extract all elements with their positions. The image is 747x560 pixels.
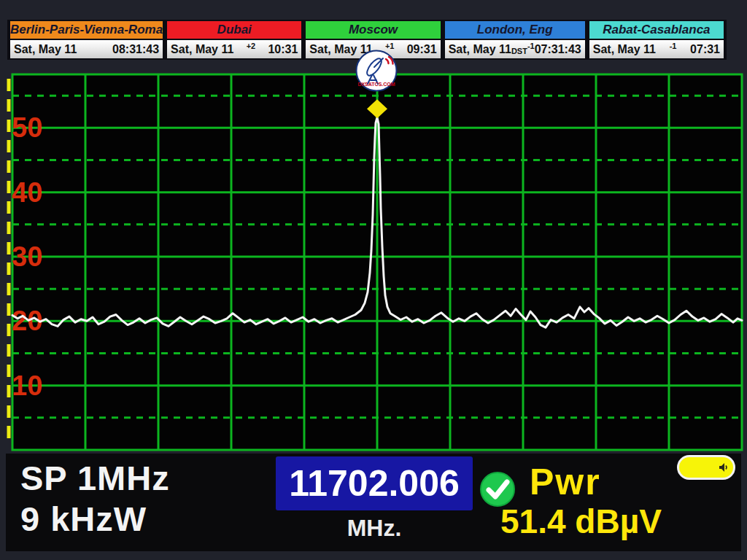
svg-text:DXSATCS.COM: DXSATCS.COM bbox=[357, 82, 395, 87]
date-label: Sat, May 11 bbox=[593, 43, 656, 56]
city-time-row: Sat, May 11 -1 07:31 bbox=[588, 39, 725, 60]
city-header: London, Eng bbox=[444, 20, 587, 39]
utc-offset: -1 bbox=[670, 42, 677, 50]
date-label: Sat, May 11 bbox=[171, 43, 233, 56]
clock-cell-rabat: Rabat-Casablanca Sat, May 11 -1 07:31 bbox=[588, 20, 727, 60]
city-header: Dubai bbox=[166, 20, 303, 39]
y-axis-tick-label: 50 bbox=[12, 112, 42, 143]
power-label: Pwr bbox=[530, 461, 601, 503]
utc-offset: +1 bbox=[385, 42, 395, 50]
utc-offset: +2 bbox=[247, 42, 256, 50]
city-header: Moscow bbox=[304, 20, 441, 39]
date-label: Sat, May 11 bbox=[14, 43, 77, 56]
city-header: Rabat-Casablanca bbox=[588, 20, 725, 39]
time-label: 09:31 bbox=[407, 43, 437, 56]
city-time-row: Sat, May 11 +2 10:31 bbox=[166, 39, 303, 60]
time-label: 10:31 bbox=[268, 43, 298, 56]
frequency-display[interactable]: 11702.006 bbox=[276, 456, 473, 510]
frequency-unit: MHz. bbox=[276, 515, 473, 542]
y-axis-tick-label: 10 bbox=[12, 370, 42, 401]
y-axis-tick-label: 40 bbox=[12, 177, 42, 208]
y-axis-tick-label: 30 bbox=[12, 241, 42, 272]
utc-offset: -1 bbox=[527, 42, 535, 50]
control-panel: SP 1MHz 9 kHzW 11702.006 MHz. Pwr 51.4 d… bbox=[6, 454, 741, 551]
bandwidth-setting: 9 kHzW bbox=[20, 499, 147, 539]
power-value: 51.4 dBµV bbox=[500, 502, 662, 541]
audio-mute-toggle[interactable] bbox=[677, 455, 735, 480]
time-label: 07:31:43 bbox=[535, 43, 581, 56]
offset-label: DST bbox=[511, 47, 527, 55]
city-time-row: Sat, May 11 DST-1 07:31:43 bbox=[444, 39, 587, 60]
dxsatcs-logo: DXSATCS.COM bbox=[355, 50, 398, 92]
satellite-dish-icon: DXSATCS.COM bbox=[355, 50, 398, 92]
clock-cell-berlin: Berlin-Paris-Vienna-Roma Sat, May 11 08:… bbox=[7, 20, 166, 60]
span-setting: SP 1MHz bbox=[20, 458, 170, 498]
time-label: 08:31:43 bbox=[112, 43, 159, 56]
clock-cell-dubai: Dubai Sat, May 11 +2 10:31 bbox=[166, 20, 304, 60]
speaker-icon bbox=[716, 459, 732, 476]
city-time-row: Sat, May 11 08:31:43 bbox=[9, 39, 164, 60]
spectrum-plot: 5040302010 bbox=[0, 66, 747, 454]
clock-cell-london: London, Eng Sat, May 11 DST-1 07:31:43 bbox=[444, 20, 588, 60]
spectrum-chart: 5040302010 bbox=[0, 66, 747, 454]
date-label: Sat, May 11 bbox=[449, 43, 511, 56]
spectrum-analyzer-screen: Berlin-Paris-Vienna-Roma Sat, May 11 08:… bbox=[0, 0, 747, 560]
city-header: Berlin-Paris-Vienna-Roma bbox=[9, 20, 164, 39]
time-label: 07:31 bbox=[690, 43, 720, 56]
